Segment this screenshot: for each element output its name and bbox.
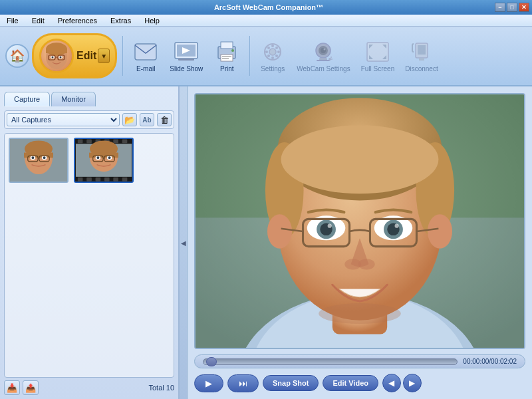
- import-button[interactable]: 📥: [4, 380, 20, 395]
- nav-buttons: ◀ ▶: [382, 374, 422, 392]
- edit-dropdown-button[interactable]: ▼: [98, 49, 110, 63]
- close-button[interactable]: ✕: [519, 3, 529, 12]
- collapse-handle[interactable]: ◀: [180, 86, 188, 399]
- tab-monitor[interactable]: Monitor: [51, 92, 96, 106]
- tab-capture[interactable]: Capture: [4, 92, 50, 106]
- disconnect-label: Disconnect: [405, 65, 438, 72]
- svg-point-34: [324, 48, 326, 50]
- left-panel: Capture Monitor All Captures Photos Vide…: [0, 86, 180, 399]
- svg-rect-68: [86, 178, 92, 182]
- edit-video-button[interactable]: Edit Video: [323, 375, 378, 391]
- fullscreen-svg: [366, 42, 389, 62]
- print-label: Print: [220, 65, 234, 72]
- svg-point-56: [43, 156, 46, 159]
- svg-point-6: [60, 57, 62, 59]
- svg-point-24: [277, 51, 280, 53]
- svg-point-22: [269, 49, 276, 55]
- preview-image: [196, 94, 524, 348]
- svg-rect-46: [418, 45, 426, 55]
- svg-rect-67: [78, 178, 83, 182]
- menu-bar: File Edit Preferences Extras Help: [0, 15, 532, 27]
- svg-point-38: [331, 57, 332, 58]
- disconnect-icon: [410, 40, 434, 64]
- menu-help[interactable]: Help: [140, 16, 164, 25]
- svg-point-28: [275, 55, 278, 57]
- play-button[interactable]: ▶: [194, 374, 223, 392]
- thumb1-svg: [10, 139, 67, 182]
- menu-preferences[interactable]: Preferences: [54, 16, 101, 25]
- footer-buttons: 📥 📤: [4, 380, 39, 395]
- next-button[interactable]: ▶: [403, 374, 422, 392]
- tabs-row: Capture Monitor: [4, 92, 174, 106]
- svg-rect-65: [113, 139, 118, 143]
- avatar-svg: [41, 40, 72, 72]
- email-button[interactable]: E-mail: [128, 37, 163, 75]
- fullscreen-button[interactable]: Full Screen: [357, 37, 399, 75]
- webcam-settings-icon: [311, 40, 335, 64]
- filter-row: All Captures Photos Videos 📂 Ab 🗑: [4, 110, 174, 129]
- play-icon: ▶: [205, 378, 212, 388]
- home-button[interactable]: 🏠: [5, 44, 29, 68]
- snapshot-button[interactable]: Snap Shot: [263, 375, 319, 391]
- svg-point-96: [428, 214, 452, 248]
- filter-select[interactable]: All Captures Photos Videos: [7, 113, 120, 126]
- menu-file[interactable]: File: [3, 16, 23, 25]
- thumbnail-1[interactable]: [9, 138, 68, 183]
- skip-button[interactable]: ⏭: [227, 374, 259, 392]
- email-svg: [134, 43, 157, 61]
- svg-point-29: [275, 47, 278, 49]
- svg-point-55: [31, 156, 34, 159]
- filter-label-button[interactable]: Ab: [140, 113, 154, 126]
- prev-icon: ◀: [388, 378, 394, 388]
- svg-point-27: [267, 47, 270, 49]
- svg-rect-10: [135, 44, 156, 60]
- svg-point-23: [265, 51, 268, 53]
- menu-edit[interactable]: Edit: [28, 16, 49, 25]
- menu-extras[interactable]: Extras: [106, 16, 135, 25]
- edit-group: Edit ▼: [32, 33, 117, 78]
- slideshow-label: Slide Show: [170, 65, 203, 72]
- svg-rect-61: [78, 139, 83, 143]
- main-content: Capture Monitor All Captures Photos Vide…: [0, 86, 532, 399]
- print-svg: [215, 41, 238, 63]
- thumbnail-1-image: [10, 139, 67, 182]
- avatar-image: [41, 40, 72, 72]
- svg-rect-16: [221, 42, 233, 49]
- export-button[interactable]: 📤: [23, 380, 39, 395]
- filter-folder-button[interactable]: 📂: [122, 113, 137, 126]
- slideshow-button[interactable]: Slide Show: [166, 37, 207, 75]
- progress-bar[interactable]: [203, 358, 458, 365]
- svg-point-100: [328, 224, 332, 228]
- svg-rect-70: [104, 178, 110, 182]
- print-button[interactable]: Print: [209, 37, 244, 75]
- svg-point-20: [231, 49, 234, 52]
- title-bar-title: ArcSoft WebCam Companion™: [43, 3, 495, 11]
- svg-point-110: [358, 259, 375, 269]
- title-bar: ArcSoft WebCam Companion™ − □ ✕: [0, 0, 532, 15]
- svg-rect-62: [86, 139, 92, 143]
- toolbar-separator-2: [249, 36, 250, 76]
- settings-button[interactable]: Settings: [255, 37, 290, 75]
- svg-point-25: [271, 45, 274, 47]
- home-icon: 🏠: [10, 49, 25, 63]
- prev-button[interactable]: ◀: [382, 374, 401, 392]
- progress-thumb[interactable]: [206, 357, 217, 366]
- slideshow-svg: [174, 42, 198, 62]
- minimize-button[interactable]: −: [495, 3, 505, 12]
- email-icon: [134, 40, 158, 64]
- skip-icon: ⏭: [239, 378, 247, 388]
- svg-point-30: [267, 55, 270, 57]
- webcam-settings-label: WebCam Settings: [297, 65, 350, 72]
- thumbnail-2[interactable]: [74, 138, 134, 183]
- next-icon: ▶: [409, 378, 415, 388]
- export-icon: 📤: [25, 383, 36, 393]
- webcam-settings-button[interactable]: WebCam Settings: [293, 37, 354, 75]
- filter-delete-button[interactable]: 🗑: [157, 113, 172, 126]
- settings-svg: [261, 41, 284, 63]
- thumb2-svg: [75, 139, 132, 182]
- maximize-button[interactable]: □: [507, 3, 517, 12]
- svg-point-94: [281, 125, 439, 194]
- svg-point-111: [319, 303, 401, 324]
- disconnect-button[interactable]: Disconnect: [401, 37, 442, 75]
- thumbnails-area[interactable]: [4, 133, 174, 378]
